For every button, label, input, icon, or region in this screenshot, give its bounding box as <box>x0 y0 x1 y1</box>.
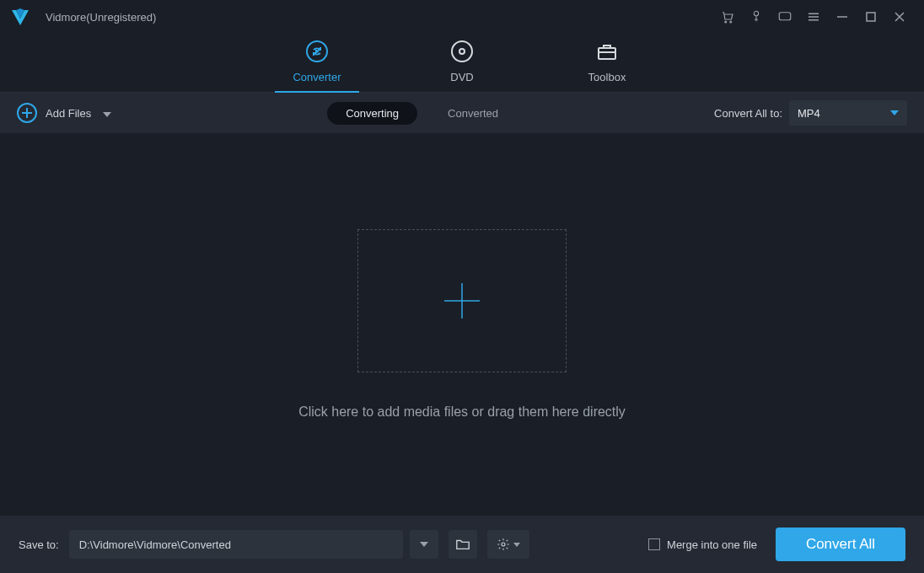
output-format-select[interactable]: MP4 <box>789 100 907 126</box>
settings-dropdown[interactable] <box>487 530 529 559</box>
chevron-down-icon <box>513 543 520 547</box>
titlebar: Vidmore(Unregistered) <box>0 0 924 34</box>
plus-circle-icon <box>17 103 37 123</box>
save-path-dropdown[interactable] <box>410 530 438 559</box>
svg-point-6 <box>452 41 472 62</box>
folder-icon <box>455 538 470 551</box>
svg-point-7 <box>459 49 465 54</box>
tab-toolbox[interactable]: Toolbox <box>565 39 649 92</box>
svg-rect-8 <box>599 48 615 59</box>
maximize-button[interactable] <box>857 0 885 34</box>
feedback-icon[interactable] <box>771 0 799 34</box>
chevron-down-icon <box>420 542 428 547</box>
toolbox-icon <box>594 39 620 64</box>
tab-converter-label: Converter <box>293 71 341 83</box>
save-path-field[interactable]: D:\Vidmore\Vidmore\Converted <box>69 530 403 559</box>
sub-toolbar: Add Files Converting Converted Convert A… <box>0 93 924 133</box>
app-logo-icon <box>10 7 30 27</box>
tab-converter[interactable]: Converter <box>275 39 359 92</box>
svg-point-9 <box>502 543 505 546</box>
add-files-button[interactable]: Add Files <box>17 103 111 123</box>
svg-point-1 <box>730 21 732 23</box>
open-folder-button[interactable] <box>449 530 477 559</box>
footer-bar: Save to: D:\Vidmore\Vidmore\Converted Me… <box>0 516 924 573</box>
plus-icon <box>441 280 483 322</box>
tab-dvd[interactable]: DVD <box>420 39 504 92</box>
app-title: Vidmore(Unregistered) <box>46 11 156 24</box>
converter-icon <box>304 39 330 64</box>
checkbox-icon <box>648 538 660 550</box>
svg-rect-4 <box>867 13 875 21</box>
chevron-down-icon <box>890 110 899 115</box>
close-button[interactable] <box>885 0 914 34</box>
minimize-button[interactable] <box>828 0 857 34</box>
gear-icon <box>497 538 510 551</box>
tab-dvd-label: DVD <box>450 71 473 83</box>
hamburger-menu-icon[interactable] <box>799 0 828 34</box>
svg-point-0 <box>725 21 727 23</box>
add-media-dropzone[interactable] <box>357 229 567 372</box>
tab-converted[interactable]: Converted <box>448 107 498 120</box>
main-nav: Converter DVD Toolbox <box>0 34 924 93</box>
svg-point-2 <box>754 11 758 15</box>
merge-checkbox-label: Merge into one file <box>667 538 757 551</box>
convert-all-button[interactable]: Convert All <box>776 527 905 561</box>
merge-checkbox[interactable]: Merge into one file <box>648 538 757 551</box>
save-to-label: Save to: <box>19 538 59 551</box>
dvd-icon <box>449 39 475 64</box>
add-files-label: Add Files <box>46 107 91 120</box>
main-drop-area: Click here to add media files or drag th… <box>0 133 924 516</box>
save-path-value: D:\Vidmore\Vidmore\Converted <box>79 538 231 551</box>
convert-all-to-label: Convert All to: <box>714 107 782 120</box>
tab-toolbox-label: Toolbox <box>588 71 626 83</box>
convert-all-to-group: Convert All to: MP4 <box>714 100 907 126</box>
chevron-down-icon <box>103 105 111 120</box>
cart-icon[interactable] <box>713 0 742 34</box>
tab-converting[interactable]: Converting <box>327 102 417 125</box>
status-segment: Converting Converted <box>327 102 498 125</box>
drop-hint-text: Click here to add media files or drag th… <box>298 404 626 420</box>
output-format-value: MP4 <box>798 107 820 120</box>
key-icon[interactable] <box>742 0 771 34</box>
